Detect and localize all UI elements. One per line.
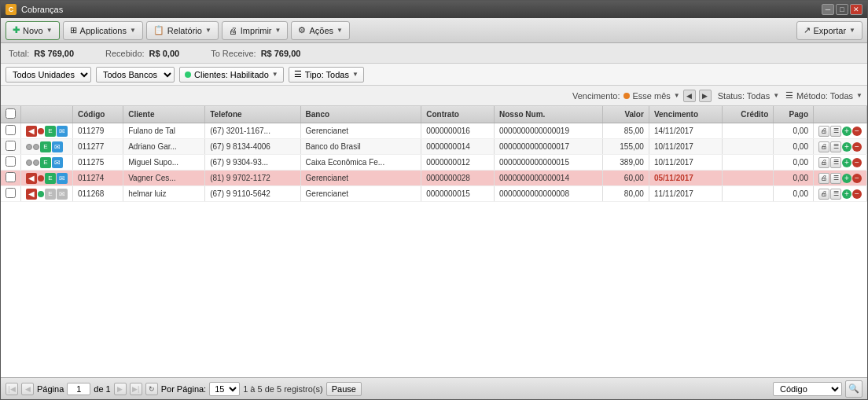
imprimir-button[interactable]: 🖨 Imprimir ▼ [222,21,289,40]
row-actions-cell: 🖨 ☰ + − [814,139,867,155]
table-row[interactable]: E✉ 011277 Adriano Gar... (67) 9 8134-400… [1,139,867,155]
imprimir-dropdown-arrow: ▼ [275,27,281,34]
table-row[interactable]: ◀E✉ 011268 helmar luiz (67) 9 9110-5642 … [1,186,867,202]
last-page-button[interactable]: ▶| [130,383,142,395]
mail-icon-gray[interactable]: ✉ [57,189,68,200]
mail-icon[interactable]: ✉ [57,126,68,137]
row-checkbox[interactable] [6,141,16,151]
th-pago: Pago [774,106,814,123]
xls-icon-gray[interactable]: E [45,189,56,200]
close-button[interactable]: ✕ [850,4,862,15]
row-print-button[interactable]: 🖨 [818,173,829,184]
exportar-label: Exportar [814,26,847,35]
row-list-button[interactable]: ☰ [830,157,841,168]
clientes-filter-arrow: ▼ [272,71,278,78]
novo-button[interactable]: ✚ Novo ▼ [6,21,60,40]
xls-icon[interactable]: E [45,173,56,184]
relatorio-label: Relatório [167,26,202,35]
vencimento-prev[interactable]: ◀ [683,90,696,102]
first-page-button[interactable]: |◀ [6,383,18,395]
row-checkbox-cell [1,186,21,202]
row-remove-button[interactable]: − [852,127,862,136]
th-banco: Banco [300,106,421,123]
vencimento-next[interactable]: ▶ [699,90,712,102]
row-checkbox[interactable] [6,125,16,135]
row-valor: 389,00 [602,155,649,171]
secondary-filter-bar: Vencimento: Esse mês ▼ ◀ ▶ Status: Todas… [1,86,867,106]
row-remove-button[interactable]: − [852,142,862,152]
row-banco: Gerencianet [300,123,421,139]
metodo-label: Método: Todas [796,91,853,101]
row-nosso-num: 0000000000000017 [495,139,603,155]
acoes-button[interactable]: ⚙ Ações ▼ [291,21,350,40]
row-remove-button[interactable]: − [852,158,862,167]
row-list-button[interactable]: ☰ [830,173,841,184]
search-button[interactable]: 🔍 [845,380,862,398]
pagination-right: Código Cliente Vencimento Valor 🔍 [773,380,862,398]
row-print-button[interactable]: 🖨 [818,126,829,137]
minimize-button[interactable]: ─ [822,4,834,15]
row-add-button[interactable]: + [842,174,851,183]
next-page-button[interactable]: ▶ [114,383,127,395]
sort-select[interactable]: Código Cliente Vencimento Valor [773,382,842,396]
row-remove-button[interactable]: − [852,174,862,183]
table-row[interactable]: ◀E✉ 011274 Vagner Ces... (81) 9 9702-117… [1,171,867,186]
row-print-button[interactable]: 🖨 [818,141,829,152]
relatorio-button[interactable]: 📋 Relatório ▼ [146,21,219,40]
row-list-button[interactable]: ☰ [830,141,841,152]
tipo-filter-arrow: ▼ [352,71,359,78]
per-page-select[interactable]: 15 25 50 [209,382,240,396]
exportar-button[interactable]: ↗ Exportar ▼ [796,21,863,40]
tipo-filter-button[interactable]: ☰ Tipo: Todas ▼ [289,67,364,83]
prev-page-button[interactable]: ◀ [21,383,34,395]
novo-label: Novo [23,26,43,35]
row-print-button[interactable]: 🖨 [818,189,829,200]
to-receive-label: To Receive: [211,49,256,58]
select-all-checkbox[interactable] [6,108,16,119]
acoes-label: Ações [309,26,333,35]
row-add-button[interactable]: + [842,189,851,199]
table-row[interactable]: E✉ 011275 Miguel Supo... (67) 9 9304-93.… [1,155,867,171]
recebido-stat: Recebido: R$ 0,00 [105,49,179,58]
status-dot-gray [26,144,32,150]
clientes-filter-button[interactable]: Clientes: Habilitado ▼ [179,67,284,83]
row-contrato: 0000000014 [421,139,495,155]
row-add-button[interactable]: + [842,142,851,152]
row-telefone: (67) 3201-1167... [205,123,300,139]
th-icons [21,106,73,123]
novo-dropdown-arrow: ▼ [46,27,53,34]
row-add-button[interactable]: + [842,127,851,136]
mail-icon[interactable]: ✉ [52,157,63,168]
row-checkbox[interactable] [6,156,16,167]
metodo-icon: ☰ [785,90,793,101]
xls-icon[interactable]: E [40,157,51,168]
row-list-button[interactable]: ☰ [830,126,841,137]
mail-icon[interactable]: ✉ [52,141,63,152]
row-checkbox[interactable] [6,188,16,198]
maximize-button[interactable]: □ [836,4,848,15]
banco-filter[interactable]: Todos Bancos [96,67,175,83]
row-checkbox[interactable] [6,172,16,182]
relatorio-icon: 📋 [153,25,164,35]
page-input[interactable]: 1 [67,383,90,395]
pause-button[interactable]: Pause [326,382,362,396]
row-nosso-num: 0000000000000019 [495,123,603,139]
table-row[interactable]: ◀E✉ 011279 Fulano de Tal (67) 3201-1167.… [1,123,867,139]
window-icon: C [6,4,17,15]
refresh-button[interactable]: ↻ [145,383,158,395]
row-remove-button[interactable]: − [852,189,862,199]
applications-button[interactable]: ⊞ Applications ▼ [63,21,143,40]
row-print-button[interactable]: 🖨 [818,157,829,168]
th-codigo: Código [73,106,123,123]
unidade-filter[interactable]: Todos Unidades [6,67,91,83]
row-list-button[interactable]: ☰ [830,189,841,200]
charges-table: Código Cliente Telefone Banco Contrato N… [1,106,867,202]
mail-icon[interactable]: ✉ [57,173,68,184]
vencimento-label: Vencimento: [572,91,620,101]
xls-icon[interactable]: E [40,141,51,152]
row-add-button[interactable]: + [842,158,851,167]
xls-icon[interactable]: E [45,126,56,137]
row-valor: 155,00 [602,139,649,155]
gear-icon: ⚙ [298,25,306,35]
row-actions-cell: 🖨 ☰ + − [814,186,867,202]
